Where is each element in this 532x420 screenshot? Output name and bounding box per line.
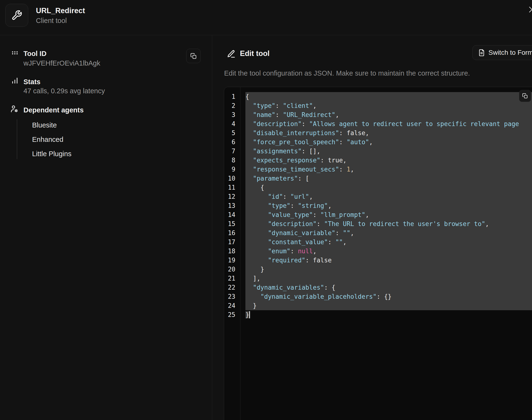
- code-line: 25}: [224, 310, 532, 319]
- line-number: 14: [224, 210, 240, 219]
- line-number: 9: [224, 165, 240, 174]
- code-line: 24 }: [224, 301, 532, 310]
- code-line-content: "disable_interruptions": false,: [245, 128, 532, 137]
- selected-char: }: [245, 311, 249, 318]
- code-line-content: "value_type": "llm_prompt",: [245, 210, 532, 219]
- code-line: 11 {: [224, 183, 532, 192]
- dependent-agents-list: BluesiteEnhancedLittle Plugins: [32, 118, 71, 161]
- line-number: 22: [224, 283, 240, 292]
- code-line: 8 "expects_response": true,: [224, 156, 532, 165]
- line-number: 12: [224, 192, 240, 201]
- code-line-content: {: [245, 92, 532, 101]
- code-line: 6 "force_pre_tool_speech": "auto",: [224, 137, 532, 147]
- line-number: 5: [224, 128, 240, 137]
- code-line-content: "dynamic_variable": "",: [245, 228, 532, 238]
- code-line: 16 "dynamic_variable": "",: [224, 228, 532, 238]
- dependent-agent-item[interactable]: Enhanced: [32, 132, 71, 147]
- switch-to-form-button[interactable]: Switch to Form: [472, 45, 532, 60]
- sidebar: Tool ID wJFVEHfErOEviA1lbAgk Stats 47 ca…: [0, 35, 212, 420]
- line-number: 10: [224, 174, 240, 183]
- dependent-agent-item[interactable]: Bluesite: [32, 118, 71, 132]
- close-icon[interactable]: [528, 5, 532, 15]
- code-line-content: "type": "client",: [245, 101, 532, 110]
- agents-tree-line: [17, 119, 17, 159]
- line-number: 1: [224, 92, 240, 101]
- json-code-editor[interactable]: 1{2 "type": "client",3 "name": "URL_Redi…: [224, 87, 532, 420]
- code-line: 2 "type": "client",: [224, 101, 532, 110]
- code-line: 3 "name": "URL_Redirect",: [224, 110, 532, 119]
- user-gear-icon: [10, 105, 19, 113]
- code-line: 10 "parameters": [: [224, 174, 532, 183]
- code-line: 9 "response_timeout_secs": 1,: [224, 165, 532, 174]
- code-line: 12 "id": "url",: [224, 192, 532, 201]
- code-line: 18 "enum": null,: [224, 247, 532, 256]
- code-line-content: "description": "The URL to redirect the …: [245, 219, 532, 228]
- text-cursor: [249, 311, 250, 318]
- code-line: 21 ],: [224, 274, 532, 283]
- editor-description: Edit the tool configuration as JSON. Mak…: [224, 69, 470, 78]
- line-number: 17: [224, 238, 240, 247]
- line-number: 11: [224, 183, 240, 192]
- code-line-content: "assignments": [],: [245, 147, 532, 156]
- code-line: 23 "dynamic_variable_placeholders": {}: [224, 292, 532, 301]
- grip-dots-icon: [11, 49, 19, 57]
- code-line: 4 "description": "Allows agent to redire…: [224, 119, 532, 128]
- code-line-content: "description": "Allows agent to redirect…: [245, 119, 532, 128]
- stats-value: 47 calls, 0.29s avg latency: [23, 86, 105, 95]
- code-line: 13 "type": "string",: [224, 201, 532, 210]
- line-number: 7: [224, 147, 240, 156]
- dependent-agents-label: Dependent agents: [23, 105, 83, 115]
- copy-icon: [522, 93, 528, 99]
- wrench-icon: [11, 10, 22, 21]
- code-line-content: "response_timeout_secs": 1,: [245, 165, 532, 174]
- code-line-content: "constant_value": "",: [245, 238, 532, 247]
- line-number: 20: [224, 265, 240, 274]
- code-line-content: "name": "URL_Redirect",: [245, 110, 532, 119]
- code-line-content: "required": false: [245, 256, 532, 265]
- header: URL_Redirect Client tool: [0, 0, 532, 35]
- code-line-content: "type": "string",: [245, 201, 532, 210]
- tool-detail-window: URL_Redirect Client tool Tool ID wJFVEHf…: [0, 0, 532, 420]
- code-line-content: "parameters": [: [245, 174, 532, 183]
- code-line-content: {: [245, 183, 532, 192]
- code-line: 5 "disable_interruptions": false,: [224, 128, 532, 137]
- pencil-icon: [226, 49, 236, 58]
- copy-tool-id-button[interactable]: [186, 49, 201, 63]
- line-number: 25: [224, 310, 240, 319]
- code-line: 1{: [224, 92, 532, 101]
- line-number: 13: [224, 201, 240, 210]
- line-number: 21: [224, 274, 240, 283]
- switch-to-form-label: Switch to Form: [488, 49, 532, 57]
- line-number: 3: [224, 110, 240, 119]
- code-line-content: "force_pre_tool_speech": "auto",: [245, 137, 532, 147]
- line-number: 18: [224, 247, 240, 256]
- line-number: 24: [224, 301, 240, 310]
- code-line-content: "id": "url",: [245, 192, 532, 201]
- code-line: 17 "constant_value": "",: [224, 238, 532, 247]
- code-line: 7 "assignments": [],: [224, 147, 532, 156]
- tool-id-label: Tool ID: [23, 49, 47, 58]
- line-number: 2: [224, 101, 240, 110]
- line-number: 16: [224, 228, 240, 238]
- code-lines[interactable]: 1{2 "type": "client",3 "name": "URL_Redi…: [224, 87, 532, 319]
- line-number: 6: [224, 137, 240, 147]
- code-line-content: "enum": null,: [245, 247, 532, 256]
- code-line-content: "dynamic_variable_placeholders": {}: [245, 292, 532, 301]
- line-number: 8: [224, 156, 240, 165]
- code-line-content: "dynamic_variables": {: [245, 283, 532, 292]
- code-line: 15 "description": "The URL to redirect t…: [224, 219, 532, 228]
- code-line-content: "expects_response": true,: [245, 156, 532, 165]
- page-title: URL_Redirect: [36, 6, 85, 16]
- code-line: 19 "required": false: [224, 256, 532, 265]
- code-line-content: }: [245, 301, 532, 310]
- tool-type-badge: [5, 4, 28, 27]
- copy-code-button[interactable]: [519, 90, 531, 102]
- code-line: 20 }: [224, 265, 532, 274]
- header-text: URL_Redirect Client tool: [36, 6, 85, 25]
- dependent-agent-item[interactable]: Little Plugins: [32, 147, 71, 161]
- code-line-content: ],: [245, 274, 532, 283]
- code-line: 22 "dynamic_variables": {: [224, 283, 532, 292]
- code-line-content: }: [245, 310, 532, 319]
- tool-id-value: wJFVEHfErOEviA1lbAgk: [23, 59, 100, 68]
- copy-icon: [190, 53, 197, 59]
